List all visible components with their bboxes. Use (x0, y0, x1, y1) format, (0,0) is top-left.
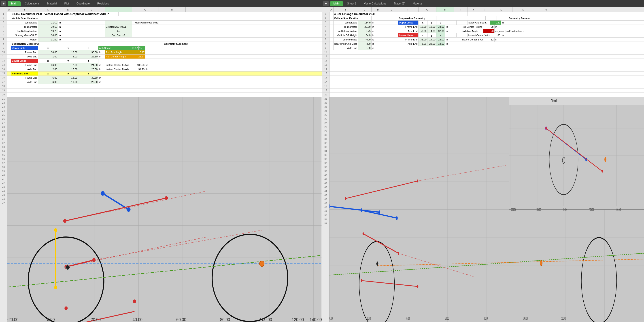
right-row-10: 10 (322, 50, 644, 54)
svg-point-103 (362, 232, 364, 235)
row-3: 3 Wheelbase 114.0 in = Mess with these c… (0, 20, 322, 25)
row-20: 20 (0, 93, 322, 97)
left-chart-svg: -20.00 0.00 20.00 40.00 60.00 80.00 100.… (7, 97, 322, 322)
svg-point-22 (126, 207, 131, 212)
right-row-19: 19 (322, 88, 644, 93)
tab-material-left[interactable]: Material (44, 1, 60, 6)
svg-point-27 (64, 306, 68, 310)
left-grid: 1 3 Link Calculator v1.0 - Vector-Based … (0, 12, 322, 322)
svg-point-98 (396, 216, 398, 220)
right-row-13: 13 (322, 63, 644, 67)
svg-text:140.00: 140.00 (310, 317, 322, 322)
row-18: 18 (0, 84, 322, 88)
col-header-E: E (78, 7, 105, 12)
left-add-tab-button[interactable]: + (1, 1, 6, 6)
svg-text:20.00: 20.00 (367, 316, 371, 321)
svg-point-28 (133, 300, 136, 303)
left-chart-area: 21 22 23 24 25 26 27 28 29 30 31 32 33 3… (0, 97, 322, 322)
svg-text:100.00: 100.00 (260, 317, 272, 322)
svg-text:80.00: 80.00 (220, 317, 230, 322)
svg-point-36 (54, 228, 57, 232)
right-row-18: 18 (322, 84, 644, 88)
row-15: 15 Pannhard Bar x y z (0, 71, 322, 76)
col-header-C: C (38, 7, 58, 12)
tab-material-right[interactable]: Material (409, 1, 426, 6)
right-column-headers: A B C D E F G H I J K L M N (322, 7, 644, 12)
svg-text:100,000: 100,000 (616, 208, 621, 212)
svg-text:60.00: 60.00 (445, 316, 449, 321)
tab-coordinate[interactable]: Coordinate (73, 1, 93, 6)
svg-point-94 (540, 260, 542, 266)
svg-text:70,000: 70,000 (589, 208, 594, 212)
tab-main-left[interactable]: Main (8, 1, 21, 6)
svg-rect-66 (509, 97, 644, 105)
right-row-12: 12 (322, 59, 644, 63)
tab-main-right[interactable]: Main (330, 1, 343, 6)
svg-text:-20,000: -20,000 (511, 208, 516, 212)
right-row-8: 8 Rear Unsprung Mass 800 lb Axle End 3.0… (322, 42, 644, 46)
svg-point-19 (260, 261, 264, 267)
row-4: 4 Tire Diameter 39.50 in Created 2004.06… (0, 25, 322, 29)
right-row-14: 14 (322, 67, 644, 71)
svg-rect-65 (509, 97, 644, 210)
row-16: 16 Frame End -6.00 -18.00 30.50 in (0, 76, 322, 80)
row-1: 1 3 Link Calculator v1.0 - Vector-Based … (0, 12, 322, 16)
col-header-F: F (105, 7, 132, 12)
right-row-7: 7 Vehicle Mass 7,000 lb Frame End 36.00 … (322, 37, 644, 42)
right-grid: 1 4 Bar Linkage Calculator v3.0 2 Vehicl… (322, 12, 644, 322)
svg-text:80.00: 80.00 (484, 316, 488, 321)
tab-sheet1[interactable]: Sheet 1 (344, 1, 360, 6)
svg-point-80 (604, 157, 606, 162)
svg-text:20.00: 20.00 (91, 317, 101, 322)
right-chart-area: 21 22 23 24 25 26 27 28 29 30 31 32 33 3… (322, 97, 644, 322)
row-2: 2 Vehicle Specifications: (0, 16, 322, 20)
right-add-tab-button[interactable]: + (323, 1, 328, 6)
tab-vector-calc[interactable]: VectorCalculations (360, 1, 390, 6)
svg-point-111 (361, 279, 362, 282)
svg-point-101 (378, 210, 380, 214)
tab-calculations[interactable]: Calculations (21, 1, 43, 6)
svg-text:0.00: 0.00 (47, 317, 55, 322)
svg-text:60.00: 60.00 (176, 317, 186, 322)
right-chart-svg: Travel (330, 97, 644, 322)
right-row-9: 9 Axle End 3.00 in (322, 46, 644, 50)
row-9: 9 Upper Link x y z Anti-Squat 98.57 % (0, 46, 322, 50)
row-6: 6 Sprung Mass CG 'Z' 34.00 in Dan Barcro… (0, 33, 322, 37)
svg-text:120.00: 120.00 (561, 316, 566, 321)
row-5: 5 Tire Rolling Radius 19.75 in by (0, 29, 322, 33)
svg-text:-20.00: -20.00 (7, 317, 18, 322)
right-row-2: 2 Vehicle Specifications: Suspension Geo… (322, 16, 644, 20)
row-8: 8 Suspension Geometry: Geometry Summary: (0, 42, 322, 46)
svg-point-107 (345, 197, 346, 200)
row-13: 13 Frame End 36.00 7.00 24.00 in Instant… (0, 63, 322, 67)
right-spreadsheet-pane: + Main Sheet 1 VectorCalculations Travel… (322, 0, 644, 322)
svg-point-32 (63, 219, 66, 223)
svg-text:40,000: 40,000 (563, 208, 567, 212)
col-header-D: D (58, 7, 78, 12)
tab-travel[interactable]: Travel (2) (390, 1, 409, 6)
row-14: 14 Axle End 2.00 17.00 20.50 in Instant … (0, 67, 322, 71)
right-row-20: 20 (322, 93, 644, 97)
col-header-H: H (159, 7, 186, 12)
right-row-17: 17 (322, 80, 644, 84)
tab-plot[interactable]: Plot (60, 1, 72, 6)
svg-text:120.00: 120.00 (292, 317, 304, 322)
svg-text:0.00: 0.00 (330, 316, 333, 321)
tab-revisions[interactable]: Revisions (94, 1, 112, 6)
right-tab-bar: + Main Sheet 1 VectorCalculations Travel… (322, 0, 644, 7)
svg-point-83 (602, 170, 603, 173)
right-row-11: 11 (322, 54, 644, 59)
left-tab-bar: + Main Calculations Material Plot Coordi… (0, 0, 322, 7)
right-row-16: 16 (322, 76, 644, 80)
svg-text:40.00: 40.00 (406, 316, 410, 321)
row-17: 17 Axle End -6.00 10.00 22.00 in (0, 80, 322, 84)
svg-point-37 (54, 286, 57, 289)
svg-text:100.00: 100.00 (523, 316, 528, 321)
col-header-B: B (11, 7, 38, 12)
right-row-3: 3 Wheelbase 114.0 in Upper Links x y z S… (322, 20, 644, 25)
row-12: 12 Lower Links x y z (0, 59, 322, 63)
left-column-headers: A B C D E F G H (0, 7, 322, 12)
right-row-15: 15 (322, 71, 644, 76)
right-row-1: 1 4 Bar Linkage Calculator v3.0 (322, 12, 644, 16)
svg-point-112 (417, 285, 418, 288)
